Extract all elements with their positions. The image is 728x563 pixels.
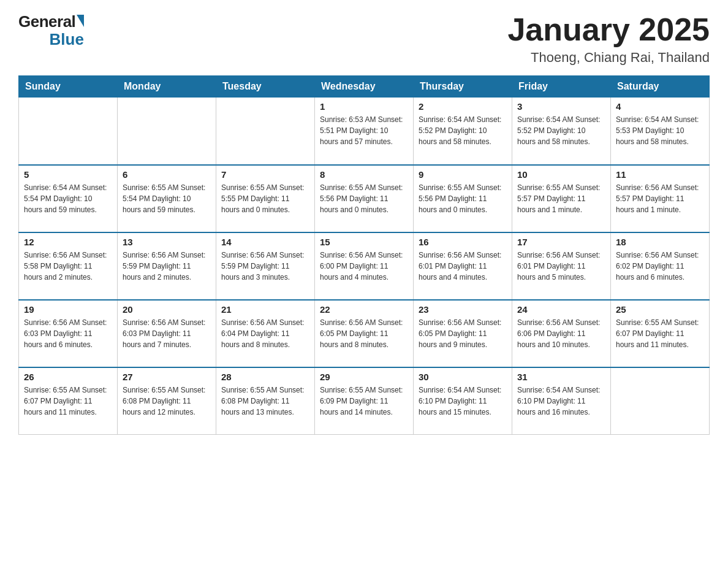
calendar-header-row: SundayMondayTuesdayWednesdayThursdayFrid… xyxy=(19,76,710,98)
location-subtitle: Thoeng, Chiang Rai, Thailand xyxy=(507,50,710,66)
day-info: Sunrise: 6:54 AM Sunset: 6:10 PM Dayligh… xyxy=(419,385,507,418)
month-title: January 2025 xyxy=(507,12,710,47)
day-number: 20 xyxy=(123,304,211,315)
day-info: Sunrise: 6:56 AM Sunset: 5:57 PM Dayligh… xyxy=(616,182,704,215)
day-number: 21 xyxy=(221,304,309,315)
calendar-cell: 21Sunrise: 6:56 AM Sunset: 6:04 PM Dayli… xyxy=(216,300,315,367)
calendar-cell: 1Sunrise: 6:53 AM Sunset: 5:51 PM Daylig… xyxy=(315,98,414,165)
calendar-cell: 31Sunrise: 6:54 AM Sunset: 6:10 PM Dayli… xyxy=(512,367,611,435)
day-info: Sunrise: 6:56 AM Sunset: 5:58 PM Dayligh… xyxy=(24,250,112,283)
title-block: January 2025 Thoeng, Chiang Rai, Thailan… xyxy=(507,12,710,66)
day-number: 6 xyxy=(123,169,211,180)
calendar-cell xyxy=(118,98,216,165)
logo-blue-text: Blue xyxy=(50,30,84,49)
day-number: 2 xyxy=(419,101,507,112)
day-info: Sunrise: 6:55 AM Sunset: 6:09 PM Dayligh… xyxy=(320,385,408,418)
col-header-tuesday: Tuesday xyxy=(216,76,315,98)
day-number: 5 xyxy=(24,169,112,180)
day-number: 22 xyxy=(320,304,408,315)
day-number: 25 xyxy=(616,304,704,315)
day-info: Sunrise: 6:56 AM Sunset: 5:59 PM Dayligh… xyxy=(221,250,309,283)
day-info: Sunrise: 6:55 AM Sunset: 6:07 PM Dayligh… xyxy=(24,385,112,418)
calendar-cell: 3Sunrise: 6:54 AM Sunset: 5:52 PM Daylig… xyxy=(512,98,611,165)
day-info: Sunrise: 6:55 AM Sunset: 5:54 PM Dayligh… xyxy=(123,182,211,215)
calendar-cell: 6Sunrise: 6:55 AM Sunset: 5:54 PM Daylig… xyxy=(118,165,216,232)
calendar-cell xyxy=(19,98,118,165)
day-info: Sunrise: 6:56 AM Sunset: 6:05 PM Dayligh… xyxy=(419,317,507,350)
day-number: 11 xyxy=(616,169,704,180)
calendar-cell: 23Sunrise: 6:56 AM Sunset: 6:05 PM Dayli… xyxy=(414,300,512,367)
calendar-cell: 24Sunrise: 6:56 AM Sunset: 6:06 PM Dayli… xyxy=(512,300,611,367)
day-info: Sunrise: 6:54 AM Sunset: 5:54 PM Dayligh… xyxy=(24,182,112,215)
day-number: 27 xyxy=(123,372,211,382)
calendar-cell: 4Sunrise: 6:54 AM Sunset: 5:53 PM Daylig… xyxy=(611,98,710,165)
day-info: Sunrise: 6:55 AM Sunset: 5:56 PM Dayligh… xyxy=(320,182,408,215)
day-info: Sunrise: 6:56 AM Sunset: 6:03 PM Dayligh… xyxy=(24,317,112,350)
logo: General Blue xyxy=(18,12,84,49)
day-number: 3 xyxy=(517,101,605,112)
day-number: 23 xyxy=(419,304,507,315)
calendar-cell: 25Sunrise: 6:55 AM Sunset: 6:07 PM Dayli… xyxy=(611,300,710,367)
day-info: Sunrise: 6:55 AM Sunset: 5:57 PM Dayligh… xyxy=(517,182,605,215)
day-number: 10 xyxy=(517,169,605,180)
day-info: Sunrise: 6:56 AM Sunset: 6:06 PM Dayligh… xyxy=(517,317,605,350)
calendar-cell xyxy=(216,98,315,165)
calendar-cell: 12Sunrise: 6:56 AM Sunset: 5:58 PM Dayli… xyxy=(19,232,118,300)
calendar-cell: 14Sunrise: 6:56 AM Sunset: 5:59 PM Dayli… xyxy=(216,232,315,300)
calendar-week-row: 5Sunrise: 6:54 AM Sunset: 5:54 PM Daylig… xyxy=(19,165,710,232)
day-number: 8 xyxy=(320,169,408,180)
col-header-thursday: Thursday xyxy=(414,76,512,98)
day-info: Sunrise: 6:55 AM Sunset: 6:07 PM Dayligh… xyxy=(616,317,704,350)
calendar-week-row: 26Sunrise: 6:55 AM Sunset: 6:07 PM Dayli… xyxy=(19,367,710,435)
calendar-table: SundayMondayTuesdayWednesdayThursdayFrid… xyxy=(18,75,710,435)
calendar-week-row: 12Sunrise: 6:56 AM Sunset: 5:58 PM Dayli… xyxy=(19,232,710,300)
day-number: 4 xyxy=(616,101,704,112)
day-number: 12 xyxy=(24,237,112,247)
day-number: 13 xyxy=(123,237,211,247)
calendar-cell: 18Sunrise: 6:56 AM Sunset: 6:02 PM Dayli… xyxy=(611,232,710,300)
day-number: 14 xyxy=(221,237,309,247)
calendar-cell: 28Sunrise: 6:55 AM Sunset: 6:08 PM Dayli… xyxy=(216,367,315,435)
calendar-cell xyxy=(611,367,710,435)
calendar-cell: 20Sunrise: 6:56 AM Sunset: 6:03 PM Dayli… xyxy=(118,300,216,367)
day-info: Sunrise: 6:56 AM Sunset: 6:01 PM Dayligh… xyxy=(517,250,605,283)
day-number: 28 xyxy=(221,372,309,382)
calendar-cell: 7Sunrise: 6:55 AM Sunset: 5:55 PM Daylig… xyxy=(216,165,315,232)
calendar-week-row: 19Sunrise: 6:56 AM Sunset: 6:03 PM Dayli… xyxy=(19,300,710,367)
day-number: 30 xyxy=(419,372,507,382)
day-number: 24 xyxy=(517,304,605,315)
day-number: 9 xyxy=(419,169,507,180)
day-number: 15 xyxy=(320,237,408,247)
calendar-cell: 8Sunrise: 6:55 AM Sunset: 5:56 PM Daylig… xyxy=(315,165,414,232)
day-info: Sunrise: 6:55 AM Sunset: 5:55 PM Dayligh… xyxy=(221,182,309,215)
day-info: Sunrise: 6:55 AM Sunset: 5:56 PM Dayligh… xyxy=(419,182,507,215)
calendar-cell: 17Sunrise: 6:56 AM Sunset: 6:01 PM Dayli… xyxy=(512,232,611,300)
day-info: Sunrise: 6:56 AM Sunset: 6:05 PM Dayligh… xyxy=(320,317,408,350)
day-info: Sunrise: 6:55 AM Sunset: 6:08 PM Dayligh… xyxy=(123,385,211,418)
day-number: 7 xyxy=(221,169,309,180)
calendar-cell: 9Sunrise: 6:55 AM Sunset: 5:56 PM Daylig… xyxy=(414,165,512,232)
calendar-cell: 22Sunrise: 6:56 AM Sunset: 6:05 PM Dayli… xyxy=(315,300,414,367)
calendar-cell: 5Sunrise: 6:54 AM Sunset: 5:54 PM Daylig… xyxy=(19,165,118,232)
day-info: Sunrise: 6:54 AM Sunset: 5:53 PM Dayligh… xyxy=(616,114,704,147)
day-info: Sunrise: 6:54 AM Sunset: 5:52 PM Dayligh… xyxy=(419,114,507,147)
calendar-cell: 26Sunrise: 6:55 AM Sunset: 6:07 PM Dayli… xyxy=(19,367,118,435)
day-info: Sunrise: 6:54 AM Sunset: 5:52 PM Dayligh… xyxy=(517,114,605,147)
day-number: 18 xyxy=(616,237,704,247)
day-number: 19 xyxy=(24,304,112,315)
day-number: 17 xyxy=(517,237,605,247)
calendar-cell: 13Sunrise: 6:56 AM Sunset: 5:59 PM Dayli… xyxy=(118,232,216,300)
day-number: 31 xyxy=(517,372,605,382)
calendar-cell: 27Sunrise: 6:55 AM Sunset: 6:08 PM Dayli… xyxy=(118,367,216,435)
col-header-monday: Monday xyxy=(118,76,216,98)
col-header-sunday: Sunday xyxy=(19,76,118,98)
logo-general-text: General xyxy=(18,12,75,31)
col-header-friday: Friday xyxy=(512,76,611,98)
day-info: Sunrise: 6:56 AM Sunset: 6:02 PM Dayligh… xyxy=(616,250,704,283)
day-number: 16 xyxy=(419,237,507,247)
day-info: Sunrise: 6:56 AM Sunset: 6:01 PM Dayligh… xyxy=(419,250,507,283)
day-info: Sunrise: 6:56 AM Sunset: 6:04 PM Dayligh… xyxy=(221,317,309,350)
page-header: General Blue January 2025 Thoeng, Chiang… xyxy=(18,12,710,66)
day-number: 26 xyxy=(24,372,112,382)
calendar-cell: 11Sunrise: 6:56 AM Sunset: 5:57 PM Dayli… xyxy=(611,165,710,232)
